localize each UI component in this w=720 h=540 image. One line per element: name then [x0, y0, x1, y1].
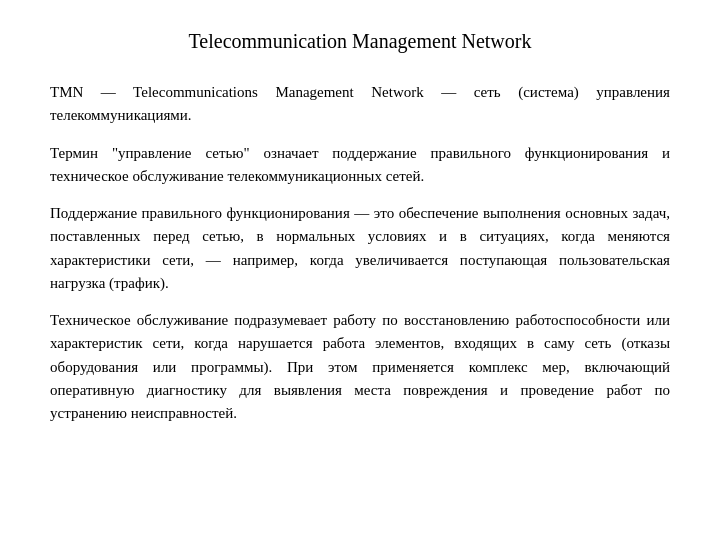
paragraph-4: Техническое обслуживание подразумевает р…	[50, 309, 670, 425]
page: Telecommunication Management Network TMN…	[0, 0, 720, 540]
paragraph-3: Поддержание правильного функционирования…	[50, 202, 670, 295]
paragraph-2: Термин "управление сетью" означает подде…	[50, 142, 670, 189]
paragraph-1: TMN — Telecommunications Management Netw…	[50, 81, 670, 128]
content-area: TMN — Telecommunications Management Netw…	[50, 81, 670, 425]
page-title: Telecommunication Management Network	[50, 30, 670, 53]
